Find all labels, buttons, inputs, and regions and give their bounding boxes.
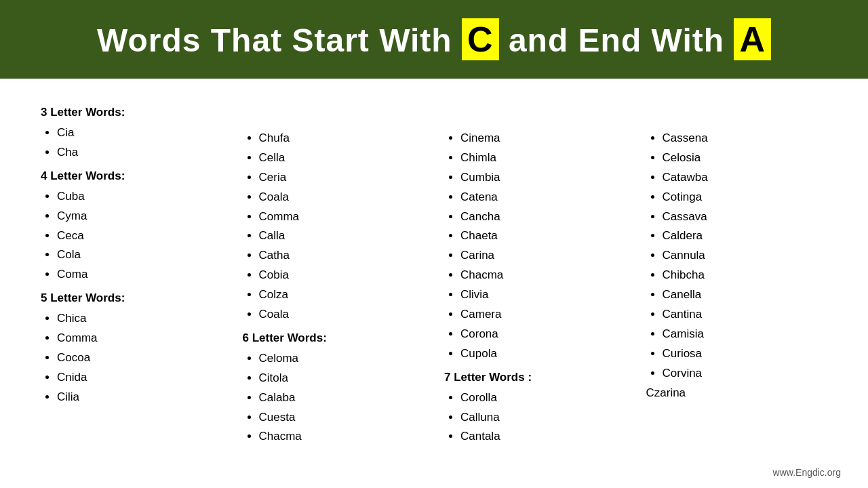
section-title-5: 5 Letter Words: [41,291,222,305]
list-5letter-cont: Chufa Cella Ceria Coala Comma Calla Cath… [243,129,425,325]
list-item: Cassena [663,129,828,148]
list-7letter: Corolla Calluna Cantala [444,388,626,447]
list-item: Cnida [57,368,222,388]
list-item: Cupola [460,344,626,364]
list-item: Catawba [663,168,828,188]
page-title: Words That Start With C and End With A [27,19,841,60]
list-item: Coala [259,305,425,325]
section-title-3: 3 Letter Words: [41,106,222,119]
list-6letter: Celoma Citola Calaba Cuesta Chacma [243,349,425,447]
list-item: Corona [460,325,626,344]
page-header: Words That Start With C and End With A [0,0,868,79]
list-item: Chufa [259,129,425,148]
list-item: Curiosa [663,344,828,364]
list-item: Ceca [57,226,222,246]
list-item: Cha [57,143,222,163]
list-col3: Cinema Chimla Cumbia Catena Cancha Chaet… [444,129,626,364]
list-item: Comma [57,329,222,348]
list-item: Chibcha [663,266,828,285]
list-item: Camera [460,305,626,325]
list-3letter: Cia Cha [41,123,222,163]
list-item: Cinema [460,129,626,148]
list-item: Cantina [663,305,828,325]
title-prefix: Words That Start With [97,22,462,58]
list-item: Colza [259,285,425,305]
list-item: Cumbia [460,168,626,188]
list-item: Catena [460,188,626,207]
list-item: Comma [259,207,425,227]
section-title-6: 6 Letter Words: [243,331,425,345]
section-title-7: 7 Letter Words : [444,371,626,384]
list-item: Cia [57,123,222,143]
list-item: Chaeta [460,226,626,246]
list-col4: Cassena Celosia Catawba Cotinga Cassava … [646,129,828,384]
list-item: Cuba [57,187,222,207]
list-item: Camisia [663,325,828,344]
list-item: Chimla [460,148,626,168]
list-item: Cannula [663,246,828,266]
list-item: Chica [57,309,222,329]
list-item: Chacma [460,266,626,285]
column-4: Cassena Celosia Catawba Cotinga Cassava … [639,99,835,449]
list-item: Coala [259,188,425,207]
section-title-4: 4 Letter Words: [41,169,222,183]
list-item: Chacma [259,427,425,447]
list-item: Cyma [57,207,222,226]
footer: www.Engdic.org [0,463,868,485]
letter-a: A [734,18,771,60]
column-3: Cinema Chimla Cumbia Catena Cancha Chaet… [437,99,633,449]
list-item: Canella [663,285,828,305]
list-item: Calluna [460,408,626,428]
list-item: Carina [460,246,626,266]
column-2: Chufa Cella Ceria Coala Comma Calla Cath… [236,99,431,449]
word-content: 3 Letter Words: Cia Cha 4 Letter Words: … [0,79,868,463]
list-item: Cuesta [259,408,425,428]
list-4letter: Cuba Cyma Ceca Cola Coma [41,187,222,285]
list-item: Corolla [460,388,626,408]
list-item: Corvina [663,364,828,384]
title-middle: and End With [499,22,734,58]
list-item: Cella [259,148,425,168]
list-item: Celosia [663,148,828,168]
list-item: Caldera [663,226,828,246]
list-item: Cancha [460,207,626,227]
list-item: Calla [259,226,425,246]
extra-word: Czarina [646,386,828,400]
list-item: Cocoa [57,348,222,368]
letter-c: C [462,18,499,60]
list-item: Ceria [259,168,425,188]
column-1: 3 Letter Words: Cia Cha 4 Letter Words: … [34,99,229,449]
list-item: Celoma [259,349,425,369]
list-item: Coma [57,265,222,285]
list-item: Cotinga [663,188,828,207]
list-item: Cola [57,245,222,265]
list-item: Cantala [460,427,626,447]
list-item: Citola [259,369,425,388]
list-item: Catha [259,246,425,266]
list-5letter: Chica Comma Cocoa Cnida Cilia [41,309,222,407]
list-item: Cassava [663,207,828,227]
list-item: Clivia [460,285,626,305]
list-item: Calaba [259,388,425,408]
list-item: Cobia [259,266,425,285]
list-item: Cilia [57,388,222,407]
website-url: www.Engdic.org [773,467,841,478]
